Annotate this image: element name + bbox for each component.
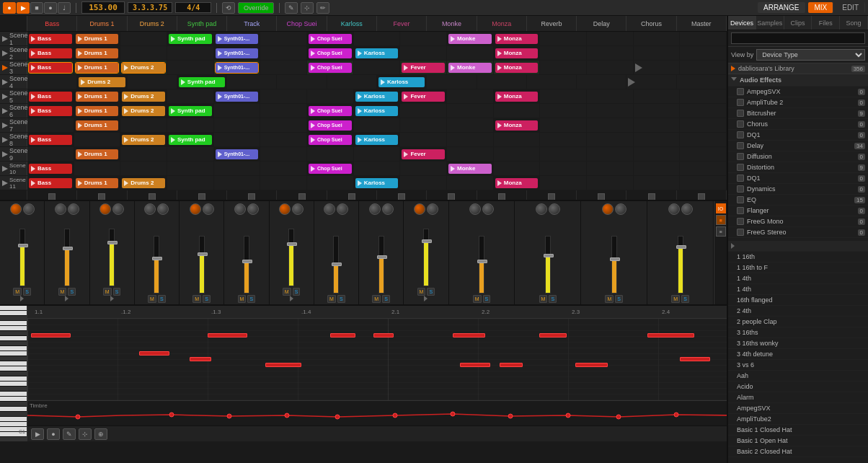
play-btn[interactable]: ▶ <box>17 2 30 14</box>
mute-rv[interactable]: M <box>473 295 482 303</box>
stop-synth[interactable] <box>177 190 227 200</box>
tab-clips[interactable]: Clips <box>784 16 812 30</box>
time-sig-display[interactable]: 4/4 <box>175 2 211 13</box>
knob-pan-ms[interactable] <box>668 203 680 215</box>
tab-devices[interactable]: Devices <box>728 16 756 30</box>
stop-chorus[interactable] <box>626 190 676 200</box>
knob-pan-mo[interactable] <box>369 203 381 215</box>
mute-ka[interactable]: M <box>283 288 291 296</box>
solo-ch[interactable]: S <box>247 295 255 303</box>
fader-ka[interactable] <box>288 229 294 286</box>
knob-send-mz[interactable] <box>427 203 438 215</box>
fader-co[interactable] <box>611 236 617 294</box>
track-header-fever[interactable]: Fever <box>377 16 427 31</box>
device-delay[interactable]: Delay 34 <box>728 141 868 151</box>
solo-fe[interactable]: S <box>337 295 345 303</box>
device-freeg-mono[interactable]: FreeG Mono 0 <box>728 216 868 227</box>
stop-drums1[interactable] <box>77 190 127 200</box>
clip-drums2-3[interactable]: Drums 2 <box>120 61 167 74</box>
mute-d2[interactable]: M <box>103 288 112 296</box>
mute-mo[interactable]: M <box>372 295 381 303</box>
stop-monza[interactable] <box>477 190 527 200</box>
clip-monke-1[interactable]: Monke <box>447 32 494 45</box>
audio-effects-header[interactable]: Audio Effects <box>728 74 868 87</box>
mute-fe[interactable]: M <box>327 295 336 303</box>
note-2[interactable] <box>208 333 247 338</box>
solo-dl[interactable]: S <box>549 295 557 303</box>
stop-drums2[interactable] <box>128 190 177 200</box>
solo-rv[interactable]: S <box>483 295 491 303</box>
fader-mz[interactable] <box>423 229 429 286</box>
dot-btn[interactable]: ● <box>44 2 57 14</box>
clip-bass-2[interactable]: Bass <box>27 46 74 60</box>
clip-amplitube2[interactable]: AmpliTube2 <box>728 414 868 425</box>
knob-pan-co[interactable] <box>602 203 614 215</box>
clip-bass-3[interactable]: Bass <box>27 61 74 74</box>
solo-d2[interactable]: S <box>113 288 121 296</box>
track-header-chop[interactable]: Chop Suei <box>277 16 327 31</box>
clip-monke-2[interactable] <box>447 46 494 60</box>
solo-tr[interactable]: S <box>203 295 211 303</box>
device-dq1-1[interactable]: DQ1 0 <box>728 130 868 141</box>
scene-5-play[interactable] <box>2 94 8 100</box>
roll-select-btn[interactable]: ⊹ <box>79 428 92 440</box>
track-header-bass[interactable]: Bass <box>27 16 77 31</box>
scene-1-play[interactable] <box>2 36 8 42</box>
knob-pan-tr[interactable] <box>190 203 201 215</box>
select-btn[interactable]: ⊹ <box>301 2 314 14</box>
clip-karloss-1[interactable] <box>354 32 401 45</box>
mute-ch[interactable]: M <box>238 295 247 303</box>
clip-basic1-closed[interactable]: Basic 1 Closed Hat <box>728 425 868 436</box>
fader-sy[interactable] <box>154 236 159 294</box>
ch-arrow-bass[interactable] <box>20 296 24 301</box>
fader-fe[interactable] <box>333 236 339 294</box>
clip-bass-1[interactable]: Bass <box>27 32 74 45</box>
knob-pan-mz[interactable] <box>414 203 425 215</box>
clip-aah[interactable]: Aah <box>728 371 868 382</box>
knob-send-dl[interactable] <box>549 203 560 215</box>
ch-arrow-mz[interactable] <box>424 296 428 301</box>
clip-drums1-1[interactable]: Drums 1 <box>74 32 121 45</box>
roll-grid[interactable] <box>27 319 727 400</box>
io-btn-1[interactable]: IO <box>716 203 726 213</box>
mix-tab[interactable]: MIX <box>808 2 833 13</box>
ch-arrow-d2[interactable] <box>110 296 114 301</box>
scene-2-label[interactable]: Scene 2 <box>0 46 27 60</box>
stop-delay[interactable] <box>577 190 626 200</box>
fader-d1[interactable] <box>64 229 70 286</box>
track-header-track[interactable]: Track <box>227 16 277 31</box>
clip-master-1[interactable] <box>680 32 727 45</box>
clip-delay-1[interactable] <box>587 32 634 45</box>
knob-pan-d2[interactable] <box>99 203 111 215</box>
roll-pencil-btn[interactable]: ✎ <box>63 428 76 440</box>
device-freeg-stereo[interactable]: FreeG Stereo 0 <box>728 227 868 238</box>
clip-reverb-1[interactable] <box>540 32 587 45</box>
clip-2-people-clap[interactable]: 2 people Clap <box>728 317 868 327</box>
library-header[interactable]: dabliosara's Library 356 <box>728 63 868 74</box>
knob-pan-dl[interactable] <box>536 203 547 215</box>
clip-fever-3[interactable]: Fever <box>400 61 447 74</box>
track-header-master[interactable]: Master <box>677 16 727 31</box>
track-header-synth[interactable]: Synth pad <box>177 16 227 31</box>
note-13[interactable] <box>500 363 523 367</box>
knob-send-rv[interactable] <box>482 203 494 215</box>
pencil-btn[interactable]: ✏ <box>316 2 329 14</box>
scene-4-label[interactable]: Scene 4 <box>0 75 27 89</box>
fader-dl[interactable] <box>545 236 551 294</box>
io-btn-3[interactable]: ≡ <box>716 226 726 237</box>
solo-ms[interactable]: S <box>681 295 689 303</box>
clip-synth-4[interactable]: Synth pad <box>177 75 227 89</box>
scene-6-label[interactable]: Scene 6 <box>0 104 27 118</box>
knob-pan-sy[interactable] <box>144 203 156 215</box>
scene-8-label[interactable]: Scene 8 <box>0 133 27 146</box>
note-14[interactable] <box>575 363 608 367</box>
clip-alarm[interactable]: Alarm <box>728 392 868 403</box>
clip-1-4th-2[interactable]: 1 4th <box>728 284 868 295</box>
arrange-tab[interactable]: ARRANGE <box>758 2 805 13</box>
clip-drums2-1[interactable] <box>120 32 167 45</box>
fader-rv[interactable] <box>479 236 484 294</box>
clips-category-header[interactable] <box>728 241 868 252</box>
device-eq[interactable]: EQ 15 <box>728 195 868 206</box>
stop-karloss[interactable] <box>327 190 377 200</box>
knob-pan-fe[interactable] <box>324 203 335 215</box>
